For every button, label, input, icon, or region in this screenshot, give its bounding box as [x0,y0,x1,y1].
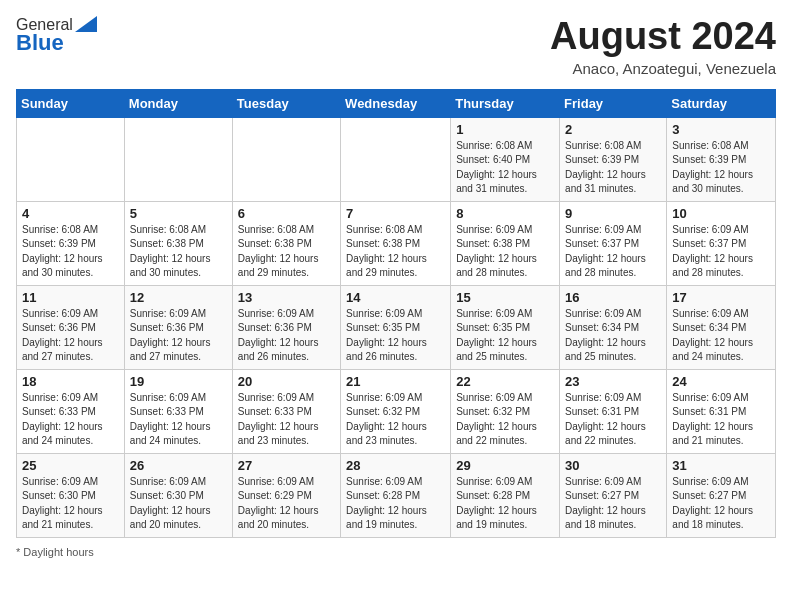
day-number: 30 [565,458,661,473]
day-info: Sunrise: 6:09 AM Sunset: 6:36 PM Dayligh… [238,307,335,365]
day-number: 2 [565,122,661,137]
calendar-cell: 4Sunrise: 6:08 AM Sunset: 6:39 PM Daylig… [17,201,125,285]
calendar-cell: 8Sunrise: 6:09 AM Sunset: 6:38 PM Daylig… [451,201,560,285]
calendar-cell [17,117,125,201]
page-header: General Blue August 2024 Anaco, Anzoateg… [16,16,776,77]
calendar-body: 1Sunrise: 6:08 AM Sunset: 6:40 PM Daylig… [17,117,776,537]
calendar-cell: 19Sunrise: 6:09 AM Sunset: 6:33 PM Dayli… [124,369,232,453]
calendar-cell: 9Sunrise: 6:09 AM Sunset: 6:37 PM Daylig… [560,201,667,285]
header-day-sunday: Sunday [17,89,125,117]
calendar-cell: 26Sunrise: 6:09 AM Sunset: 6:30 PM Dayli… [124,453,232,537]
day-number: 23 [565,374,661,389]
header-day-monday: Monday [124,89,232,117]
day-info: Sunrise: 6:09 AM Sunset: 6:35 PM Dayligh… [346,307,445,365]
day-info: Sunrise: 6:08 AM Sunset: 6:39 PM Dayligh… [565,139,661,197]
day-info: Sunrise: 6:09 AM Sunset: 6:32 PM Dayligh… [456,391,554,449]
calendar-subtitle: Anaco, Anzoategui, Venezuela [550,60,776,77]
calendar-cell: 12Sunrise: 6:09 AM Sunset: 6:36 PM Dayli… [124,285,232,369]
day-number: 9 [565,206,661,221]
day-number: 29 [456,458,554,473]
day-number: 28 [346,458,445,473]
calendar-cell: 20Sunrise: 6:09 AM Sunset: 6:33 PM Dayli… [232,369,340,453]
day-info: Sunrise: 6:09 AM Sunset: 6:33 PM Dayligh… [22,391,119,449]
day-number: 4 [22,206,119,221]
calendar-cell: 27Sunrise: 6:09 AM Sunset: 6:29 PM Dayli… [232,453,340,537]
calendar-cell: 13Sunrise: 6:09 AM Sunset: 6:36 PM Dayli… [232,285,340,369]
week-row-1: 4Sunrise: 6:08 AM Sunset: 6:39 PM Daylig… [17,201,776,285]
week-row-4: 25Sunrise: 6:09 AM Sunset: 6:30 PM Dayli… [17,453,776,537]
title-area: August 2024 Anaco, Anzoategui, Venezuela [550,16,776,77]
day-info: Sunrise: 6:09 AM Sunset: 6:37 PM Dayligh… [565,223,661,281]
day-number: 22 [456,374,554,389]
calendar-cell: 2Sunrise: 6:08 AM Sunset: 6:39 PM Daylig… [560,117,667,201]
day-info: Sunrise: 6:08 AM Sunset: 6:39 PM Dayligh… [672,139,770,197]
day-number: 14 [346,290,445,305]
day-info: Sunrise: 6:09 AM Sunset: 6:27 PM Dayligh… [672,475,770,533]
header-day-tuesday: Tuesday [232,89,340,117]
header-day-saturday: Saturday [667,89,776,117]
day-number: 21 [346,374,445,389]
logo-icon [75,16,97,32]
header-day-friday: Friday [560,89,667,117]
calendar-cell: 7Sunrise: 6:08 AM Sunset: 6:38 PM Daylig… [341,201,451,285]
calendar-table: SundayMondayTuesdayWednesdayThursdayFrid… [16,89,776,538]
day-info: Sunrise: 6:09 AM Sunset: 6:30 PM Dayligh… [22,475,119,533]
day-info: Sunrise: 6:09 AM Sunset: 6:31 PM Dayligh… [565,391,661,449]
calendar-cell: 24Sunrise: 6:09 AM Sunset: 6:31 PM Dayli… [667,369,776,453]
calendar-cell: 11Sunrise: 6:09 AM Sunset: 6:36 PM Dayli… [17,285,125,369]
day-info: Sunrise: 6:08 AM Sunset: 6:38 PM Dayligh… [130,223,227,281]
calendar-title: August 2024 [550,16,776,58]
day-info: Sunrise: 6:09 AM Sunset: 6:34 PM Dayligh… [672,307,770,365]
calendar-cell: 14Sunrise: 6:09 AM Sunset: 6:35 PM Dayli… [341,285,451,369]
day-info: Sunrise: 6:09 AM Sunset: 6:34 PM Dayligh… [565,307,661,365]
day-number: 5 [130,206,227,221]
day-number: 1 [456,122,554,137]
calendar-cell: 21Sunrise: 6:09 AM Sunset: 6:32 PM Dayli… [341,369,451,453]
calendar-header-row: SundayMondayTuesdayWednesdayThursdayFrid… [17,89,776,117]
calendar-cell: 30Sunrise: 6:09 AM Sunset: 6:27 PM Dayli… [560,453,667,537]
day-info: Sunrise: 6:09 AM Sunset: 6:33 PM Dayligh… [130,391,227,449]
calendar-cell [232,117,340,201]
logo-blue-text: Blue [16,30,64,56]
calendar-cell: 22Sunrise: 6:09 AM Sunset: 6:32 PM Dayli… [451,369,560,453]
calendar-cell: 29Sunrise: 6:09 AM Sunset: 6:28 PM Dayli… [451,453,560,537]
svg-marker-0 [75,16,97,32]
calendar-cell: 25Sunrise: 6:09 AM Sunset: 6:30 PM Dayli… [17,453,125,537]
day-number: 20 [238,374,335,389]
day-number: 6 [238,206,335,221]
day-number: 24 [672,374,770,389]
calendar-cell: 28Sunrise: 6:09 AM Sunset: 6:28 PM Dayli… [341,453,451,537]
logo: General Blue [16,16,97,56]
calendar-cell: 17Sunrise: 6:09 AM Sunset: 6:34 PM Dayli… [667,285,776,369]
day-info: Sunrise: 6:09 AM Sunset: 6:36 PM Dayligh… [130,307,227,365]
day-info: Sunrise: 6:09 AM Sunset: 6:36 PM Dayligh… [22,307,119,365]
calendar-cell: 18Sunrise: 6:09 AM Sunset: 6:33 PM Dayli… [17,369,125,453]
footer-label: Daylight hours [23,546,93,558]
day-info: Sunrise: 6:08 AM Sunset: 6:38 PM Dayligh… [346,223,445,281]
day-info: Sunrise: 6:09 AM Sunset: 6:28 PM Dayligh… [456,475,554,533]
calendar-cell: 1Sunrise: 6:08 AM Sunset: 6:40 PM Daylig… [451,117,560,201]
calendar-cell: 31Sunrise: 6:09 AM Sunset: 6:27 PM Dayli… [667,453,776,537]
calendar-cell: 15Sunrise: 6:09 AM Sunset: 6:35 PM Dayli… [451,285,560,369]
day-number: 8 [456,206,554,221]
day-info: Sunrise: 6:08 AM Sunset: 6:39 PM Dayligh… [22,223,119,281]
day-number: 3 [672,122,770,137]
day-number: 11 [22,290,119,305]
day-info: Sunrise: 6:09 AM Sunset: 6:29 PM Dayligh… [238,475,335,533]
day-info: Sunrise: 6:09 AM Sunset: 6:35 PM Dayligh… [456,307,554,365]
day-info: Sunrise: 6:09 AM Sunset: 6:28 PM Dayligh… [346,475,445,533]
calendar-cell: 23Sunrise: 6:09 AM Sunset: 6:31 PM Dayli… [560,369,667,453]
calendar-cell: 6Sunrise: 6:08 AM Sunset: 6:38 PM Daylig… [232,201,340,285]
week-row-3: 18Sunrise: 6:09 AM Sunset: 6:33 PM Dayli… [17,369,776,453]
day-info: Sunrise: 6:09 AM Sunset: 6:32 PM Dayligh… [346,391,445,449]
day-info: Sunrise: 6:09 AM Sunset: 6:38 PM Dayligh… [456,223,554,281]
day-number: 13 [238,290,335,305]
day-number: 26 [130,458,227,473]
week-row-2: 11Sunrise: 6:09 AM Sunset: 6:36 PM Dayli… [17,285,776,369]
header-day-wednesday: Wednesday [341,89,451,117]
day-number: 12 [130,290,227,305]
day-info: Sunrise: 6:09 AM Sunset: 6:33 PM Dayligh… [238,391,335,449]
day-number: 17 [672,290,770,305]
footer-note: * Daylight hours [16,546,776,558]
header-day-thursday: Thursday [451,89,560,117]
